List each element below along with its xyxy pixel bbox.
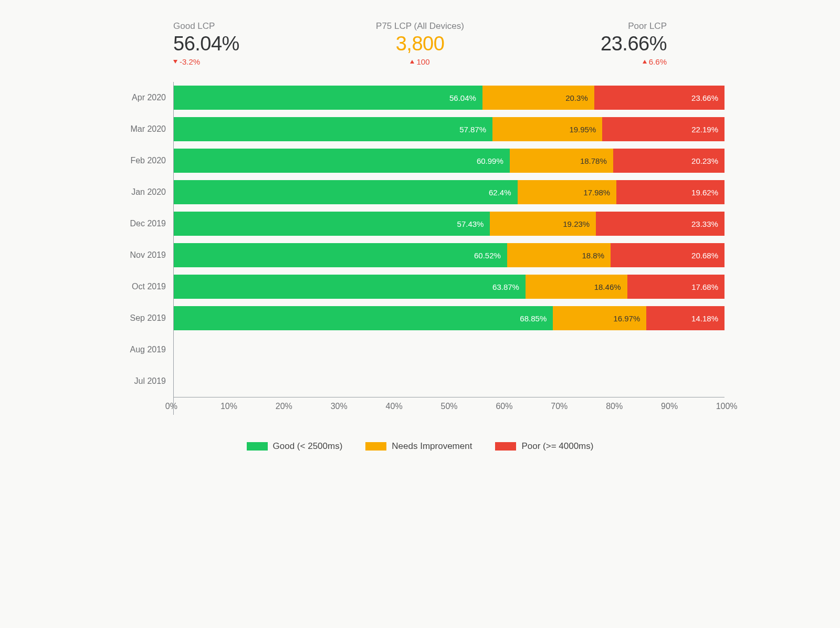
bar-row: 68.85%16.97%14.18% xyxy=(174,302,724,334)
y-axis-label: Oct 2019 xyxy=(116,271,173,302)
legend: Good (< 2500ms) Needs Improvement Poor (… xyxy=(116,441,724,452)
stats-row: Good LCP 56.04% -3.2% P75 LCP (All Devic… xyxy=(116,21,724,82)
x-axis-tick: 70% xyxy=(551,402,568,411)
y-axis-label: Aug 2019 xyxy=(116,334,173,365)
segment-poor: 23.33% xyxy=(596,212,724,236)
segment-good: 63.87% xyxy=(174,275,526,299)
stat-poor-lcp: Poor LCP 23.66% 6.6% xyxy=(601,21,667,66)
legend-item-poor: Poor (>= 4000ms) xyxy=(495,441,593,452)
segment-needs-improvement: 18.8% xyxy=(507,243,611,267)
stat-value: 3,800 xyxy=(396,33,445,55)
x-axis-tick: 30% xyxy=(331,402,348,411)
arrow-up-icon xyxy=(410,60,414,64)
stat-label: P75 LCP (All Devices) xyxy=(376,21,464,32)
bar: 60.52%18.8%20.68% xyxy=(174,243,724,267)
segment-good: 62.4% xyxy=(174,180,518,204)
bar-row: 62.4%17.98%19.62% xyxy=(174,176,724,208)
segment-poor: 20.68% xyxy=(611,243,724,267)
legend-label: Needs Improvement xyxy=(392,441,472,452)
legend-swatch-good xyxy=(247,442,268,451)
x-axis-tick: 10% xyxy=(220,402,237,411)
stat-delta: -3.2% xyxy=(173,57,200,66)
bar-row: 63.87%18.46%17.68% xyxy=(174,271,724,302)
bar-row: 57.87%19.95%22.19% xyxy=(174,113,724,145)
bar-row: 60.99%18.78%20.23% xyxy=(174,145,724,176)
segment-needs-improvement: 19.23% xyxy=(490,212,596,236)
segment-poor: 19.62% xyxy=(616,180,724,204)
x-axis-tick: 100% xyxy=(716,402,738,411)
stat-value: 56.04% xyxy=(173,33,239,55)
stat-delta: 6.6% xyxy=(643,57,667,66)
stat-value: 23.66% xyxy=(601,33,667,55)
arrow-up-icon xyxy=(643,60,647,64)
stat-delta: 100 xyxy=(410,57,429,66)
bar: 63.87%18.46%17.68% xyxy=(174,275,724,299)
segment-poor: 20.23% xyxy=(613,149,724,173)
x-axis-tick: 80% xyxy=(606,402,623,411)
bar-row xyxy=(174,365,724,397)
x-axis-tick: 90% xyxy=(661,402,678,411)
x-axis-tick: 40% xyxy=(386,402,403,411)
y-axis-label: Mar 2020 xyxy=(116,113,173,145)
lcp-stacked-bar-chart: Apr 2020Mar 2020Feb 2020Jan 2020Dec 2019… xyxy=(116,82,724,415)
y-axis-label: Sep 2019 xyxy=(116,302,173,334)
legend-label: Good (< 2500ms) xyxy=(273,441,343,452)
legend-swatch-ni xyxy=(365,442,386,451)
x-axis-tick: 0% xyxy=(165,402,177,411)
y-axis-label: Apr 2020 xyxy=(116,82,173,113)
x-axis-tick: 50% xyxy=(440,402,457,411)
y-axis-label: Feb 2020 xyxy=(116,145,173,176)
bar-row xyxy=(174,334,724,365)
stat-p75-lcp: P75 LCP (All Devices) 3,800 100 xyxy=(376,21,464,66)
y-axis-labels: Apr 2020Mar 2020Feb 2020Jan 2020Dec 2019… xyxy=(116,82,173,415)
bar-row: 57.43%19.23%23.33% xyxy=(174,208,724,239)
segment-good: 68.85% xyxy=(174,306,553,330)
plot-area: 56.04%20.3%23.66%57.87%19.95%22.19%60.99… xyxy=(173,82,724,415)
segment-good: 57.43% xyxy=(174,212,490,236)
bar: 60.99%18.78%20.23% xyxy=(174,149,724,173)
segment-poor: 22.19% xyxy=(602,117,724,141)
segment-poor: 23.66% xyxy=(594,86,724,110)
segment-needs-improvement: 20.3% xyxy=(482,86,594,110)
legend-swatch-poor xyxy=(495,442,516,451)
segment-needs-improvement: 18.78% xyxy=(510,149,613,173)
bar-row: 56.04%20.3%23.66% xyxy=(174,82,724,113)
bar-rows: 56.04%20.3%23.66%57.87%19.95%22.19%60.99… xyxy=(174,82,724,397)
y-axis-label: Dec 2019 xyxy=(116,208,173,239)
x-axis-tick: 20% xyxy=(276,402,292,411)
segment-needs-improvement: 18.46% xyxy=(526,275,627,299)
bar: 68.85%16.97%14.18% xyxy=(174,306,724,330)
segment-needs-improvement: 17.98% xyxy=(518,180,617,204)
segment-needs-improvement: 16.97% xyxy=(553,306,646,330)
bar-row: 60.52%18.8%20.68% xyxy=(174,239,724,271)
segment-poor: 17.68% xyxy=(627,275,724,299)
lcp-panel: Good LCP 56.04% -3.2% P75 LCP (All Devic… xyxy=(84,0,756,473)
segment-good: 57.87% xyxy=(174,117,492,141)
y-axis-label: Jan 2020 xyxy=(116,176,173,208)
segment-good: 56.04% xyxy=(174,86,482,110)
segment-good: 60.52% xyxy=(174,243,507,267)
stat-label: Good LCP xyxy=(173,21,215,32)
y-axis-label: Nov 2019 xyxy=(116,239,173,271)
segment-good: 60.99% xyxy=(174,149,510,173)
legend-label: Poor (>= 4000ms) xyxy=(521,441,593,452)
legend-item-needs-improvement: Needs Improvement xyxy=(365,441,472,452)
delta-text: -3.2% xyxy=(180,57,200,66)
y-axis-label: Jul 2019 xyxy=(116,365,173,397)
bar: 62.4%17.98%19.62% xyxy=(174,180,724,204)
x-axis: 0%10%20%30%40%50%60%70%80%90%100% xyxy=(174,397,724,415)
bar: 57.87%19.95%22.19% xyxy=(174,117,724,141)
x-axis-tick: 60% xyxy=(496,402,512,411)
segment-needs-improvement: 19.95% xyxy=(492,117,602,141)
segment-poor: 14.18% xyxy=(646,306,724,330)
legend-item-good: Good (< 2500ms) xyxy=(247,441,343,452)
bar: 56.04%20.3%23.66% xyxy=(174,86,724,110)
delta-text: 6.6% xyxy=(649,57,667,66)
stat-good-lcp: Good LCP 56.04% -3.2% xyxy=(173,21,239,66)
bar: 57.43%19.23%23.33% xyxy=(174,212,724,236)
arrow-down-icon xyxy=(173,60,177,64)
stat-label: Poor LCP xyxy=(628,21,667,32)
delta-text: 100 xyxy=(416,57,429,66)
